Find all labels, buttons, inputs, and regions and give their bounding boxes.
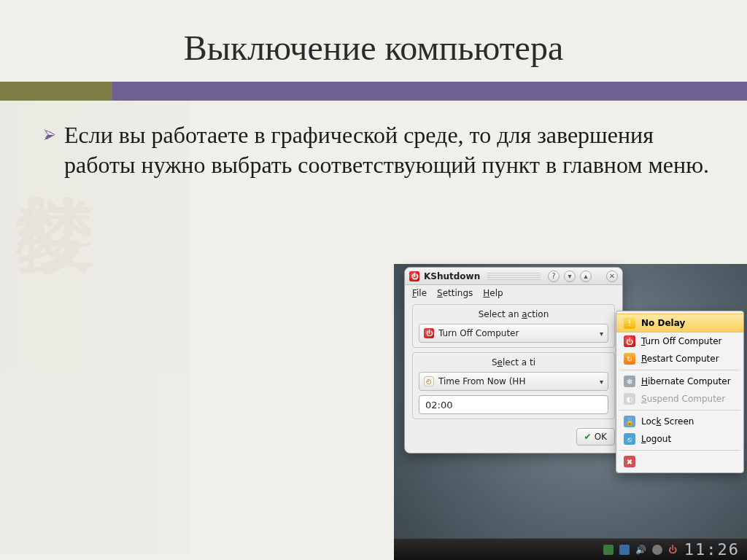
menu-item-label: Turn Off Computer [641,336,736,346]
time-mode-value: Time From Now (HH [438,376,525,386]
lock-icon: 🔒 [624,416,635,427]
menu-item-label: Lock Screen [641,416,736,427]
taskbar[interactable]: 🔊 ⏻ 11:26 [394,538,747,560]
menu-item-label: Suspend Computer [641,394,736,404]
menu-item-label: No Delay [641,318,736,328]
tray-icon[interactable] [619,545,630,555]
bullet-icon: ⮚ [44,120,64,180]
minimize-button[interactable]: ▾ [564,271,576,282]
volume-icon[interactable]: 🔊 [635,545,646,555]
chevron-down-icon: ▾ [600,330,603,338]
slide-body: ⮚ Если вы работаете в графической среде,… [44,120,718,180]
menu-item-restart[interactable]: ↻ Restart Computer [616,350,743,368]
menu-item-label: Hibernate Computer [641,376,736,386]
menu-item-label: Logout [641,434,736,444]
power-icon: ⏻ [624,335,635,347]
system-tray: 🔊 ⏻ [603,545,677,555]
window-title: KShutdown [424,271,480,281]
kshutdown-window: ⏻ KShutdown ? ▾ ▴ ✕ File Settings Help S… [404,267,623,454]
tray-icon[interactable] [603,545,614,555]
time-value: 02:00 [425,400,452,411]
dialog-buttons: ✔ OK [405,424,622,453]
power-icon[interactable]: ⏻ [668,545,677,555]
chevron-down-icon: ▾ [600,378,603,386]
help-button[interactable]: ? [548,271,560,282]
time-mode-combo[interactable]: ◴ Time From Now (HH ▾ [419,372,608,391]
taskbar-clock[interactable]: 11:26 [684,540,740,559]
time-input[interactable]: 02:00 [419,395,608,414]
clock-icon: ◴ [424,376,434,386]
menu-item-quit[interactable]: ✖ [616,453,743,470]
menubar: File Settings Help [405,285,622,300]
stripe-olive [0,82,112,101]
ok-button[interactable]: ✔ OK [576,428,615,446]
menu-settings[interactable]: Settings [437,288,473,298]
warning-icon: ! [624,317,635,329]
hibernate-icon: ❄ [624,376,635,387]
logout-icon: ⎋ [624,433,635,445]
quit-icon: ✖ [624,456,635,467]
menu-separator [619,370,740,370]
restart-icon: ↻ [624,353,635,365]
accent-stripe [0,82,747,101]
maximize-button[interactable]: ▴ [580,271,592,282]
suspend-icon: ◐ [624,393,635,405]
menu-item-turn-off[interactable]: ⏻ Turn Off Computer [616,332,743,350]
menu-separator [619,450,740,451]
menu-item-suspend: ◐ Suspend Computer [616,390,743,408]
slide-title: Выключение компьютера [0,28,747,68]
action-combo[interactable]: ⏻ Turn Off Computer ▾ [419,324,608,343]
window-titlebar[interactable]: ⏻ KShutdown ? ▾ ▴ ✕ [405,268,622,285]
menu-item-label: Restart Computer [641,354,736,364]
close-button[interactable]: ✕ [606,271,618,282]
stripe-purple [112,82,747,101]
action-panel: Select an action ⏻ Turn Off Computer ▾ [412,304,615,348]
app-icon: ⏻ [409,271,419,281]
power-icon: ⏻ [424,328,434,338]
action-popup-menu: ! No Delay ⏻ Turn Off Computer ↻ Restart… [616,311,744,473]
tray-icon[interactable] [652,545,662,555]
menu-item-no-delay[interactable]: ! No Delay [616,314,743,332]
ok-label: OK [595,432,607,442]
embedded-screenshot: ⏻ KShutdown ? ▾ ▴ ✕ File Settings Help S… [394,264,747,560]
action-label: Select an action [419,309,608,319]
menu-separator [619,410,740,411]
menu-item-logout[interactable]: ⎋ Logout [616,430,743,448]
time-panel: Select a ti ◴ Time From Now (HH ▾ 02:00 [412,352,615,419]
menu-help[interactable]: Help [483,288,503,298]
titlebar-grip [487,273,541,280]
menu-file[interactable]: File [412,288,427,298]
presentation-slide: 红楼梦 Выключение компьютера ⮚ Если вы рабо… [0,0,747,560]
menu-item-lock[interactable]: 🔒 Lock Screen [616,413,743,430]
menu-item-hibernate[interactable]: ❄ Hibernate Computer [616,373,743,390]
action-combo-value: Turn Off Computer [438,328,519,338]
check-icon: ✔ [584,432,592,442]
body-paragraph: Если вы работаете в графической среде, т… [64,120,718,180]
time-label: Select a ti [419,357,608,368]
